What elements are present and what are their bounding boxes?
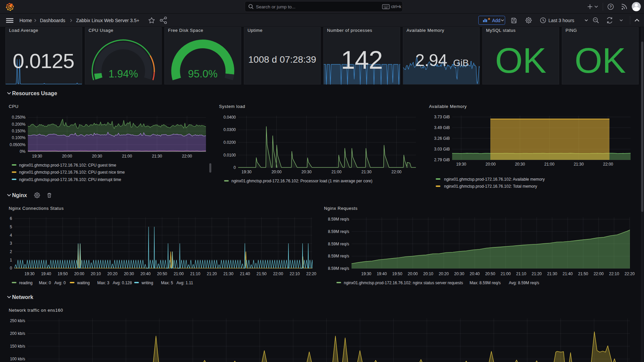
svg-text:200 kb/s: 200 kb/s <box>10 331 25 336</box>
svg-text:3.26 GiB: 3.26 GiB <box>434 136 450 141</box>
svg-text:Avg: 8.59M req/s: Avg: 8.59M req/s <box>509 281 539 285</box>
svg-text:nginx01.ghmctsp.prod-172.16.76: nginx01.ghmctsp.prod-172.16.76.102: Proc… <box>231 179 372 183</box>
svg-text:waiting: waiting <box>77 281 90 285</box>
svg-text:CPU: CPU <box>9 104 18 109</box>
svg-text:20:00: 20:00 <box>74 272 84 276</box>
svg-text:Resources Usage: Resources Usage <box>12 90 57 96</box>
svg-text:21:00: 21:00 <box>122 154 132 159</box>
svg-text:22:20: 22:20 <box>306 272 316 276</box>
svg-text:22:00: 22:00 <box>182 154 192 159</box>
svg-text:Last 3 hours: Last 3 hours <box>548 18 574 23</box>
svg-text:22:00: 22:00 <box>594 272 604 276</box>
svg-text:21:30: 21:30 <box>152 154 162 159</box>
svg-text:nginx01.ghmctsp.prod-172.16.76: nginx01.ghmctsp.prod-172.16.76.102: Tota… <box>444 184 537 189</box>
svg-text:19:40: 19:40 <box>41 272 51 276</box>
svg-text:Network traffic on ens160: Network traffic on ens160 <box>9 308 63 313</box>
svg-text:nginx01.ghmctsp.prod-172.16.76: nginx01.ghmctsp.prod-172.16.76.102: CPU … <box>19 170 125 175</box>
svg-text:8.59M req/s: 8.59M req/s <box>328 266 349 271</box>
svg-text:20:00: 20:00 <box>271 170 281 174</box>
svg-text:Nginx Connections Status: Nginx Connections Status <box>9 206 64 211</box>
svg-text:21:40: 21:40 <box>240 272 250 276</box>
svg-text:1.94%: 1.94% <box>109 68 138 80</box>
svg-text:MySQL status: MySQL status <box>486 28 516 33</box>
svg-text:21:10: 21:10 <box>516 272 526 276</box>
svg-text:Nginx: Nginx <box>12 192 27 198</box>
svg-text:20:20: 20:20 <box>107 272 117 276</box>
svg-text:21:30: 21:30 <box>223 272 233 276</box>
svg-text:3.03 GiB: 3.03 GiB <box>434 147 450 152</box>
svg-text:20:00: 20:00 <box>408 272 418 276</box>
svg-text:22:00: 22:00 <box>391 170 401 174</box>
svg-text:Free Disk Space: Free Disk Space <box>168 28 203 33</box>
svg-text:Dashboards: Dashboards <box>40 18 65 23</box>
svg-text:2: 2 <box>10 249 12 254</box>
svg-text:Avg: 1.11: Avg: 1.11 <box>176 281 193 285</box>
svg-text:Number of processes: Number of processes <box>327 28 372 33</box>
svg-text:OK: OK <box>495 41 546 80</box>
svg-text:nginx01.ghmctsp.prod-172.16.76: nginx01.ghmctsp.prod-172.16.76.102: Avai… <box>444 177 545 182</box>
svg-text:Avg: 0: Avg: 0 <box>54 281 66 285</box>
svg-text:21:50: 21:50 <box>578 272 588 276</box>
svg-text:20:50: 20:50 <box>485 272 495 276</box>
svg-text:20:20: 20:20 <box>439 272 449 276</box>
svg-text:8.59M req/s: 8.59M req/s <box>328 254 349 258</box>
svg-text:250 kb/s: 250 kb/s <box>10 318 25 323</box>
svg-text:21:40: 21:40 <box>562 272 573 276</box>
svg-text:19:30: 19:30 <box>361 272 371 276</box>
svg-text:System load: System load <box>219 104 245 109</box>
svg-text:OK: OK <box>575 41 626 80</box>
svg-text:Load Average: Load Average <box>9 28 38 33</box>
svg-text:Network: Network <box>12 294 33 300</box>
svg-text:Home: Home <box>19 18 32 23</box>
svg-text:22:20: 22:20 <box>625 272 635 276</box>
svg-text:20:10: 20:10 <box>91 272 101 276</box>
svg-text:Nginx Requests: Nginx Requests <box>324 206 358 211</box>
svg-text:19:30: 19:30 <box>241 170 252 174</box>
svg-text:6: 6 <box>10 216 12 221</box>
svg-text:22:00: 22:00 <box>273 272 283 276</box>
svg-text:19:40: 19:40 <box>377 272 387 276</box>
svg-text:19:50: 19:50 <box>58 272 68 276</box>
svg-text:19:30: 19:30 <box>24 272 35 276</box>
svg-text:20:40: 20:40 <box>470 272 480 276</box>
svg-text:150 kb/s: 150 kb/s <box>10 344 25 349</box>
svg-text:Max: 3: Max: 3 <box>97 281 109 285</box>
svg-text:Avg: 0.128: Avg: 0.128 <box>113 281 132 285</box>
svg-text:GiB: GiB <box>453 58 469 68</box>
svg-text:ctrl+k: ctrl+k <box>391 4 401 9</box>
svg-text:21:30: 21:30 <box>574 162 584 167</box>
svg-text:19:30: 19:30 <box>456 162 466 167</box>
svg-text:Max: 5: Max: 5 <box>161 281 173 285</box>
svg-text:22:10: 22:10 <box>609 272 619 276</box>
svg-text:2.79 GiB: 2.79 GiB <box>434 158 450 162</box>
svg-text:nginx01.ghmctsp.prod-172.16.76: nginx01.ghmctsp.prod-172.16.76.102: CPU … <box>19 163 116 168</box>
svg-text:0.0200: 0.0200 <box>223 140 236 145</box>
svg-text:3.73 GiB: 3.73 GiB <box>434 115 450 119</box>
svg-text:Max: 0: Max: 0 <box>39 281 51 285</box>
svg-text:19:30: 19:30 <box>32 154 42 159</box>
svg-text:0.0125: 0.0125 <box>13 49 74 72</box>
svg-text:Uptime: Uptime <box>248 28 263 33</box>
svg-text:21:00: 21:00 <box>544 162 554 167</box>
svg-text:20:30: 20:30 <box>515 162 525 167</box>
svg-text:Search or jump to...: Search or jump to... <box>256 4 296 9</box>
svg-text:0.150%: 0.150% <box>12 129 25 133</box>
svg-text:142: 142 <box>341 46 383 74</box>
svg-text:21:20: 21:20 <box>207 272 217 276</box>
svg-text:0.100%: 0.100% <box>12 135 25 140</box>
svg-text:8.59M req/s: 8.59M req/s <box>328 229 349 234</box>
svg-text:Available Memory: Available Memory <box>429 104 467 109</box>
svg-text:writing: writing <box>141 281 153 285</box>
svg-text:21:20: 21:20 <box>532 272 542 276</box>
svg-text:20:40: 20:40 <box>141 272 151 276</box>
svg-text:Zabbix Linux Web Server 3.5+: Zabbix Linux Web Server 3.5+ <box>76 18 139 23</box>
svg-text:0: 0 <box>10 266 12 270</box>
svg-text:3: 3 <box>10 241 12 246</box>
svg-text:21:50: 21:50 <box>257 272 267 276</box>
svg-text:20:50: 20:50 <box>157 272 167 276</box>
svg-text:Max: 8.59M req/s: Max: 8.59M req/s <box>470 281 501 285</box>
svg-text:2.94: 2.94 <box>415 51 447 70</box>
svg-text:21:00: 21:00 <box>174 272 184 276</box>
svg-text:reading: reading <box>19 281 33 285</box>
svg-text:20:00: 20:00 <box>62 154 72 159</box>
